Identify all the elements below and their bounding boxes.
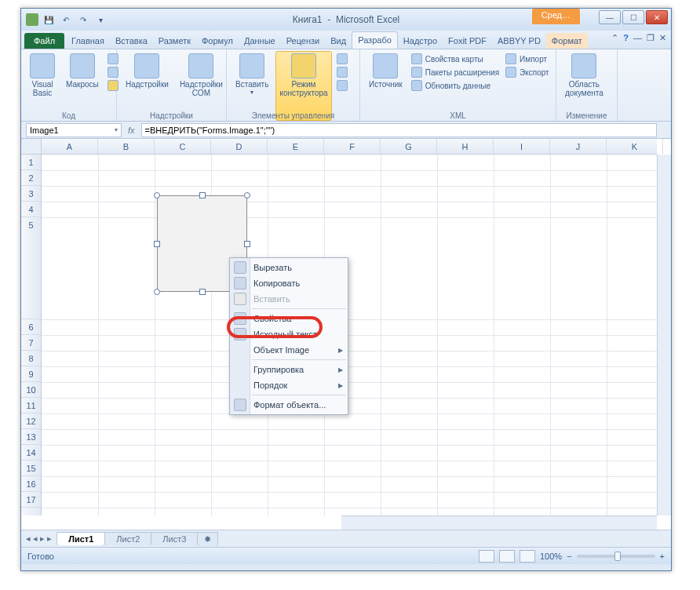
maximize-button[interactable]: ☐ [622, 10, 644, 24]
menu-copy[interactable]: Копировать [230, 275, 348, 291]
tab-data[interactable]: Данные [239, 33, 281, 49]
col-header[interactable]: G [381, 139, 437, 154]
row-header[interactable]: 3 [21, 186, 41, 202]
macros-button[interactable]: Макросы [62, 51, 103, 121]
sheet-nav-arrows[interactable]: ◂ ◂ ▸ ▸ [21, 534, 57, 544]
tab-insert[interactable]: Вставка [110, 33, 153, 49]
vertical-scrollbar[interactable] [657, 155, 671, 515]
col-header[interactable]: C [155, 139, 211, 154]
tab-abbyy[interactable]: ABBYY PD [492, 33, 546, 49]
page-layout-view-button[interactable] [499, 550, 515, 563]
minimize-ribbon-icon[interactable]: ⌃ [611, 33, 618, 43]
row-header[interactable]: 17 [21, 492, 41, 508]
document-panel-button[interactable]: Область документа [561, 51, 607, 121]
qat-redo-icon[interactable]: ↷ [76, 13, 90, 27]
menu-properties[interactable]: Свойства [230, 311, 348, 326]
resize-handle[interactable] [154, 192, 160, 198]
qat-dropdown-icon[interactable]: ▾ [93, 13, 108, 27]
view-code-button[interactable] [335, 66, 349, 78]
resize-handle[interactable] [154, 289, 160, 295]
normal-view-button[interactable] [479, 550, 494, 563]
resize-handle[interactable] [199, 289, 206, 295]
fx-icon[interactable]: fx [122, 126, 141, 135]
map-properties-button[interactable]: Свойства карты [410, 53, 501, 65]
tab-foxit[interactable]: Foxit PDF [443, 33, 492, 49]
col-header[interactable]: A [42, 139, 98, 154]
zoom-in-button[interactable]: + [660, 552, 665, 561]
horizontal-scrollbar[interactable] [341, 515, 657, 530]
insert-control-button[interactable]: Вставить▾ [232, 51, 272, 121]
tab-addins[interactable]: Надстро [398, 33, 443, 49]
minimize-button[interactable]: — [599, 10, 621, 24]
col-header[interactable]: J [550, 139, 607, 154]
visual-basic-button[interactable]: Visual Basic [26, 51, 59, 121]
help-icon[interactable]: ? [623, 33, 629, 43]
tab-home[interactable]: Главная [66, 33, 110, 49]
name-box-dropdown-icon[interactable]: ▾ [115, 126, 118, 133]
row-header[interactable]: 12 [21, 413, 41, 429]
select-all-corner[interactable] [21, 139, 42, 155]
row-header[interactable]: 1 [21, 155, 41, 170]
zoom-level[interactable]: 100% [540, 552, 562, 561]
menu-cut[interactable]: Вырезать [230, 260, 348, 275]
row-header[interactable]: 13 [21, 429, 41, 445]
sheet-tab[interactable]: Лист3 [151, 532, 198, 545]
row-header[interactable]: 11 [21, 398, 41, 413]
zoom-out-button[interactable]: − [567, 552, 571, 561]
run-dialog-button[interactable] [335, 79, 349, 92]
col-header[interactable]: K [607, 139, 663, 154]
tab-layout[interactable]: Разметк [153, 33, 196, 49]
menu-order[interactable]: Порядок▶ [230, 377, 348, 393]
col-header[interactable]: F [324, 139, 381, 154]
formula-input[interactable]: =ВНЕДРИТЬ("Forms.Image.1";"") [141, 123, 657, 137]
properties-button[interactable] [335, 53, 349, 65]
col-header[interactable]: I [494, 139, 550, 154]
row-header[interactable]: 9 [21, 366, 41, 382]
name-box[interactable]: Image1▾ [26, 123, 122, 137]
menu-image-object[interactable]: Объект Image▶ [230, 342, 348, 358]
row-header[interactable]: 16 [21, 476, 41, 492]
col-header[interactable]: E [268, 139, 324, 154]
insert-sheet-button[interactable]: ✸ [197, 532, 218, 546]
row-header[interactable]: 8 [21, 351, 41, 366]
sheet-tab-active[interactable]: Лист1 [57, 532, 105, 545]
close-button[interactable]: ✕ [646, 10, 668, 24]
tab-review[interactable]: Рецензи [281, 33, 326, 49]
import-button[interactable]: Импорт [504, 53, 551, 65]
row-header[interactable]: 15 [21, 461, 41, 476]
workbook-minimize-icon[interactable]: — [633, 33, 642, 43]
file-tab[interactable]: Файл [24, 33, 64, 49]
export-button[interactable]: Экспорт [504, 66, 551, 78]
cells-area[interactable] [42, 155, 657, 515]
addins-button[interactable]: Надстройки [122, 51, 173, 121]
tab-view[interactable]: Вид [325, 33, 352, 49]
design-mode-button[interactable]: Режим конструктора [275, 51, 331, 121]
row-header[interactable]: 4 [21, 202, 41, 217]
workbook-restore-icon[interactable]: ❐ [647, 33, 654, 43]
expansion-packs-button[interactable]: Пакеты расширения [410, 66, 501, 78]
col-header[interactable]: H [437, 139, 494, 154]
col-header[interactable]: B [98, 139, 155, 154]
zoom-slider-thumb[interactable] [614, 552, 621, 561]
xml-source-button[interactable]: Источник [365, 51, 407, 121]
qat-undo-icon[interactable]: ↶ [59, 13, 73, 27]
qat-save-icon[interactable]: 💾 [42, 13, 56, 27]
workbook-close-icon[interactable]: ✕ [659, 33, 666, 43]
resize-handle[interactable] [154, 241, 160, 247]
row-header[interactable]: 10 [21, 382, 41, 398]
resize-handle[interactable] [244, 192, 250, 198]
tab-developer[interactable]: Разрабо [352, 31, 398, 49]
menu-format-object[interactable]: Формат объекта... [230, 397, 348, 413]
row-header[interactable]: 2 [21, 170, 41, 186]
row-header[interactable]: 6 [21, 319, 41, 335]
resize-handle[interactable] [199, 192, 206, 198]
menu-grouping[interactable]: Группировка▶ [230, 362, 348, 377]
page-break-view-button[interactable] [520, 550, 535, 563]
sheet-tab[interactable]: Лист2 [104, 532, 151, 545]
tab-formulas[interactable]: Формул [196, 33, 239, 49]
menu-view-code[interactable]: Исходный текст [230, 326, 348, 342]
row-header[interactable]: 14 [21, 445, 41, 461]
com-addins-button[interactable]: Надстройки COM [176, 51, 227, 121]
row-header[interactable]: 5 [21, 217, 41, 319]
col-header[interactable]: D [211, 139, 268, 154]
